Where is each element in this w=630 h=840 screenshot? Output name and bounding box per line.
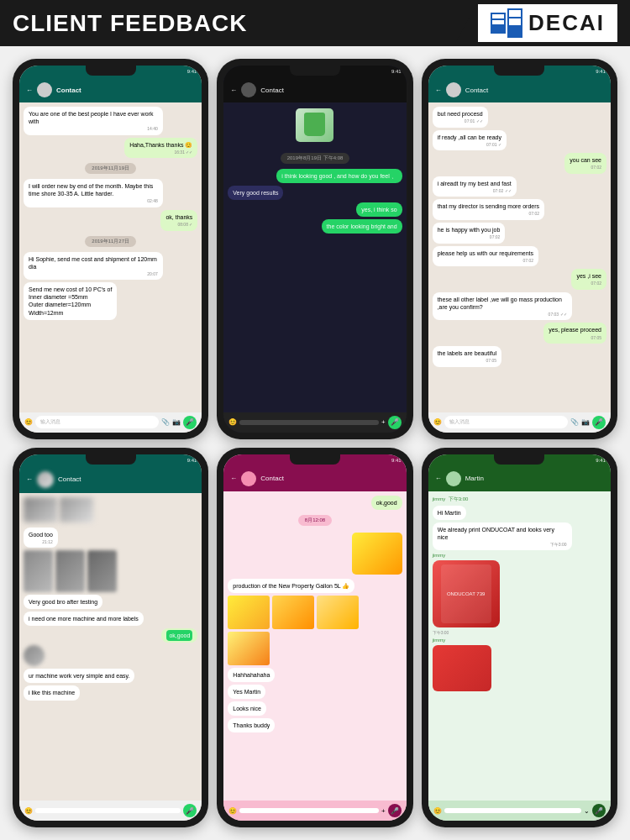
back-icon-3[interactable]: ← [435,87,442,94]
product-image-container [296,107,333,144]
msg-3-8: yes ,i see 07:02 [571,269,606,290]
chat-messages-6: jimmy 下午3:00 Hi Martin We already print … [428,491,611,801]
mic-button-3[interactable]: 🎤 [592,416,606,429]
msg-text: Good too [29,532,53,538]
msg-3-3: you can see 07:02 [564,153,606,174]
msg-5-2: production of the New Property Gallon 5L… [228,579,354,593]
back-icon-2[interactable]: ← [230,87,237,94]
mic-button-1[interactable]: 🎤 [183,416,197,429]
back-icon-4[interactable]: ← [26,475,33,483]
emoji-icon-3[interactable]: 😊 [433,418,442,426]
chat-area-3: 9:41 ← Contact but need procesd 07:01 ✓✓… [428,66,611,433]
msg-6-1: Hi Martin [433,506,466,520]
phone-2: 9:41 ← Contact 2019年8月19日 下午4:08 i think… [217,59,412,439]
emoji-icon-2[interactable]: 😊 [228,418,237,426]
msg-text: production of the New Property Gallon 5L… [233,583,349,589]
msg-1-5: Hi Sophie, send me cost and shipment of … [24,252,163,281]
msg-3-6: he is happy with you job 07:02 [433,223,506,244]
sender-jimmy-3: jimmy [433,638,446,643]
emoji-icon-6[interactable]: 😊 [433,807,442,815]
msg-time: 07:02 ✓✓ [438,188,512,194]
msg-text: please help us with our requirements [438,250,533,256]
plus-icon[interactable]: + [381,418,386,426]
msg-text: Yes Martin [233,689,260,695]
emoji-icon[interactable]: 😊 [24,418,33,426]
chat-area-5: 9:41 ← Contact ok,good 8月12:08 [223,454,406,822]
chat-input-1[interactable]: 输入消息 [35,416,159,428]
chat-avatar-1 [37,82,52,97]
svg-rect-4 [509,10,521,17]
msg-text: Hi Sophie, send me cost and shipment of … [29,256,157,270]
emoji-icon-5[interactable]: 😊 [228,807,237,815]
phone-notch-2 [290,66,340,76]
date-divider: 2019年11月19日 [85,163,136,174]
msg-text: the labels are beautiful [438,350,496,356]
chat-input-3[interactable]: 输入消息 [444,416,568,428]
msg-4-2: Very good bro after testing [24,595,102,609]
msg-3-2: if ready ,all can be ready 07:01 ✓ [433,130,507,151]
msg-text: ok, thanks [165,214,192,220]
plus-icon-5[interactable]: + [381,807,386,815]
msg-time: 07:02 [438,258,533,264]
msg-4-4: ok,good [161,628,197,643]
msg-text: Hahhahahaha [233,672,270,678]
svg-rect-3 [492,20,504,24]
attachment-icon-3[interactable]: 📎 [570,418,579,426]
phone-notch-5 [290,454,340,465]
msg-2-1: i think looking good , and how do you fe… [276,169,402,183]
chat-input-2[interactable] [239,420,379,425]
chat-input-bar-2: 😊 + 🎤 [223,412,406,433]
chat-input-4[interactable] [35,808,181,813]
msg-text: that my director is sending more orders [438,203,539,209]
camera-icon-3[interactable]: 📷 [581,418,590,426]
attachment-icon[interactable]: 📎 [161,418,170,426]
chat-input-5[interactable] [239,808,379,813]
back-icon-5[interactable]: ← [230,475,237,482]
emoji-icon-4[interactable]: 😊 [24,807,33,815]
msg-time: 07:05 [438,358,496,364]
msg-2-3: yes, i think so [356,202,402,217]
blurred-tall-img [24,550,53,592]
chat-input-6[interactable] [444,808,581,813]
chat-avatar-2 [241,82,256,97]
page-title: CLIENT FEEDBACK [13,10,247,37]
chat-header-1: ← Contact [19,77,202,102]
msg-text: ok,good [376,500,397,506]
mic-button-6[interactable]: 🎤 [592,804,606,817]
msg-text: but need procesd [438,111,483,117]
bucket-sm-1 [228,596,270,629]
msg-text: i think looking good , and how do you fe… [281,173,396,179]
chevron-down-icon[interactable]: ⌄ [584,807,590,815]
mic-button-5[interactable]: 🎤 [388,804,402,817]
msg-text: Haha,Thanks thanks 😊 [129,142,192,148]
phone-screen-3: 9:41 ← Contact but need procesd 07:01 ✓✓… [428,66,611,433]
msg-time: 07:01 ✓ [438,142,501,148]
blurred-images [24,497,93,522]
msg-4-3: i need one more machine and more labels [24,612,144,626]
mic-button-4[interactable]: 🎤 [183,804,197,817]
msg-time: 下午3:00 [438,542,567,548]
msg-3-7: please help us with our requirements 07:… [433,246,538,267]
msg-3-11: the labels are beautiful 07:05 [433,346,501,367]
bucket-sm-4 [228,632,270,665]
msg-4-1: Good too 21:12 [24,528,58,549]
msg-text: We already print ONDUCOAT and looks very… [438,527,554,540]
camera-icon[interactable]: 📷 [172,418,181,426]
phone-screen-4: 9:41 ← Contact Good too 21:12 [19,454,202,822]
back-icon-6[interactable]: ← [435,475,442,482]
chat-header-5: ← Contact [223,466,406,491]
msg-4-5: ur machine work very simple and easy. [24,669,134,683]
logo-icon [491,8,524,38]
back-icon[interactable]: ← [26,87,33,94]
msg-text: Hi Martin [438,510,461,516]
chat-input-bar-3: 😊 输入消息 📎 📷 🎤 [428,412,611,433]
msg-time: 07:02 [438,234,501,240]
product-image [296,108,333,142]
msg-time: 07:02 [576,281,601,286]
msg-text: yes, i think so [361,207,396,213]
msg-text: if ready ,all can be ready [438,134,501,140]
mic-button-2[interactable]: 🎤 [388,416,402,429]
msg-time: 07:05 [549,335,601,341]
chat-messages-4: Good too 21:12 Very good bro after testi… [19,493,202,801]
blurred-img-1 [24,497,57,522]
